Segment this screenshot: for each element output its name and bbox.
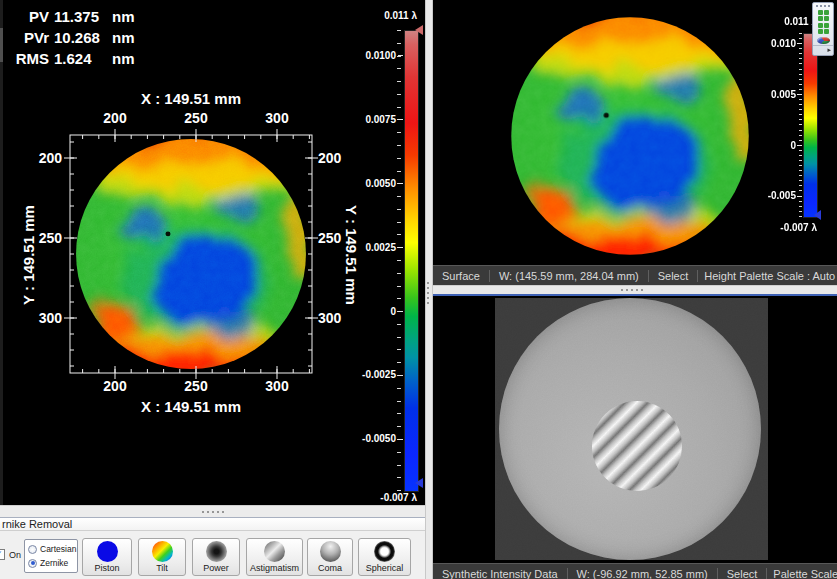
power-button[interactable]: Power — [192, 538, 240, 576]
height-colorbar[interactable] — [803, 33, 818, 218]
x-axis-title-top: X : 149.51 mm — [111, 90, 271, 107]
surface-view-pane[interactable]: 0.011 λ 0.010 0.005 0 -0.005 -0.007 λ ▸ — [433, 0, 837, 265]
colorbar-tick-label: 0.005 — [741, 89, 796, 100]
colorbar-major-tick — [398, 183, 403, 184]
radio-zernike-label: Zernike — [40, 558, 68, 568]
y-tick-label: 200 — [318, 150, 358, 166]
power-label: Power — [203, 563, 229, 573]
power-icon — [206, 541, 227, 562]
y-tick-label: 300 — [28, 310, 62, 326]
piston-label: Piston — [94, 563, 119, 573]
colorbar-major-tick — [797, 94, 802, 95]
tilt-button[interactable]: Tilt — [138, 538, 186, 576]
x-tick-label: 300 — [257, 110, 297, 126]
coma-label: Coma — [318, 563, 342, 573]
status-cursor-coords: W: (-96.92 mm, 52.85 mm) — [567, 568, 717, 579]
piston-button[interactable]: Piston — [82, 538, 132, 576]
stat-label: PVr — [8, 27, 54, 48]
colorbar-tick-label: -0.0025 — [340, 369, 396, 380]
colorbar-tick-label: -0.005 — [741, 190, 796, 201]
colorbar-min-label: -0.007 λ — [345, 492, 417, 503]
horizontal-splitter[interactable] — [433, 285, 837, 294]
colorbar-tick-label: 0 — [741, 140, 796, 151]
colorbar-tick-label: 0.0100 — [340, 50, 396, 61]
status-tool-mode: Select — [648, 270, 698, 282]
radio-zernike-circle[interactable] — [28, 559, 37, 568]
zernike-on-checkbox[interactable]: ✓ — [0, 549, 5, 560]
spherical-label: Spherical — [366, 563, 404, 573]
tilt-icon — [152, 541, 173, 562]
intensity-status-bar: Synthetic Intensity Data W: (-96.92 mm, … — [433, 563, 837, 579]
tile-views-icon[interactable] — [818, 10, 829, 21]
status-palette-scale: Palette Scale : Auto — [766, 568, 837, 579]
left-scroll-thumb[interactable] — [0, 28, 3, 62]
colorbar-minor-ticks — [397, 30, 401, 491]
scale-min-marker[interactable] — [814, 210, 821, 220]
astigmatism-button[interactable]: Astigmatism — [246, 538, 303, 576]
x-tick-label: 250 — [176, 110, 216, 126]
stat-unit: nm — [112, 6, 135, 27]
colorbar-major-tick — [797, 196, 802, 197]
coma-button[interactable]: Coma — [307, 538, 353, 576]
stat-unit: nm — [112, 27, 135, 48]
colorbar-minor-ticks — [799, 33, 802, 217]
y-axis-title-right: Y : 149.51 mm — [344, 200, 360, 310]
radio-cartesian-label: Cartesian — [40, 544, 76, 554]
surface-analysis-pane: PV 11.375 nm PVr 10.268 nm RMS 1.624 nm … — [0, 0, 425, 505]
status-tool-mode: Select — [717, 568, 767, 579]
view-mini-toolbar[interactable]: ▸ — [812, 2, 834, 56]
zernike-panel-splitter[interactable] — [0, 505, 425, 517]
colorbar-major-tick — [398, 119, 403, 120]
surface-status-bar: Surface W: (145.59 mm, 284.04 mm) Select… — [433, 265, 837, 286]
height-colorbar[interactable] — [404, 30, 419, 492]
surface-statistics: PV 11.375 nm PVr 10.268 nm RMS 1.624 nm — [8, 6, 135, 69]
colorbar-major-tick — [398, 247, 403, 248]
x-axis-title-bottom: X : 149.51 mm — [111, 398, 271, 415]
surface-map-plot[interactable] — [62, 127, 320, 381]
zernike-on-label: On — [9, 550, 21, 560]
toolbar-grip[interactable] — [816, 5, 830, 7]
left-scroll-strip[interactable] — [0, 0, 3, 505]
spherical-button[interactable]: Spherical — [358, 538, 411, 576]
sensor-noise-overlay — [495, 298, 768, 560]
toolbar-expand-icon[interactable]: ▸ — [813, 45, 833, 55]
cascade-views-icon[interactable] — [818, 23, 829, 34]
piston-icon — [97, 541, 118, 562]
application-window: PV 11.375 nm PVr 10.268 nm RMS 1.624 nm … — [0, 0, 837, 579]
radio-cartesian-circle[interactable] — [28, 545, 37, 554]
3d-view-icon[interactable] — [817, 37, 830, 44]
scale-min-marker[interactable] — [415, 478, 423, 488]
astigmatism-label: Astigmatism — [250, 563, 299, 573]
colorbar-major-tick — [797, 43, 802, 44]
astigmatism-icon — [264, 541, 285, 562]
vertical-splitter[interactable] — [425, 0, 433, 579]
stat-value: 1.624 — [54, 48, 112, 69]
colorbar-major-tick — [797, 145, 802, 146]
surface-map-image[interactable] — [505, 11, 755, 261]
intensity-view-pane[interactable]: Synthetic Intensity Data W: (-96.92 mm, … — [433, 296, 837, 579]
status-view-name: Surface — [433, 270, 489, 282]
y-axis-title-left: Y : 149.51 mm — [20, 200, 36, 310]
status-cursor-coords: W: (145.59 mm, 284.04 mm) — [489, 270, 648, 282]
coma-icon — [320, 541, 341, 562]
colorbar-major-tick — [398, 311, 403, 312]
colorbar-max-label: 0.011 λ — [745, 16, 817, 27]
stat-label: RMS — [8, 48, 54, 69]
stat-unit: nm — [112, 48, 135, 69]
stat-value: 10.268 — [54, 27, 112, 48]
tilt-label: Tilt — [156, 563, 168, 573]
y-tick-label: 200 — [28, 150, 62, 166]
spherical-icon — [374, 541, 395, 562]
radio-zernike[interactable]: Zernike — [28, 558, 77, 568]
status-palette-scale: Height Palette Scale : Auto — [697, 270, 837, 282]
colorbar-tick-label: 0.0075 — [340, 114, 396, 125]
scale-max-marker[interactable] — [415, 25, 423, 35]
colorbar-tick-label: 0 — [340, 306, 396, 317]
colorbar-major-tick — [398, 375, 403, 376]
stat-label: PV — [8, 6, 54, 27]
radio-cartesian[interactable]: Cartesian — [28, 544, 77, 554]
stat-value: 11.375 — [54, 6, 112, 27]
colorbar-tick-label: -0.0050 — [340, 433, 396, 444]
colorbar-tick-label: 0.0050 — [340, 178, 396, 189]
colorbar-max-label: 0.011 λ — [345, 10, 417, 21]
